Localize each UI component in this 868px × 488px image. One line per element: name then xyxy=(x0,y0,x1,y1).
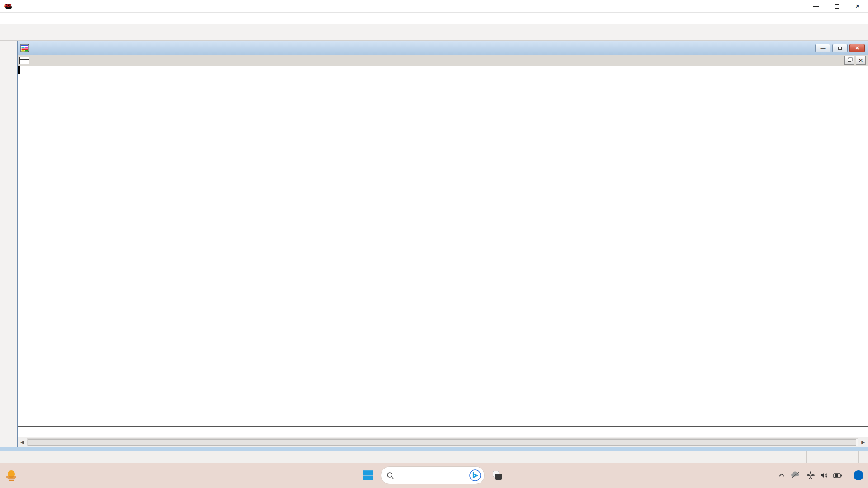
svg-text:MS: MS xyxy=(4,3,11,8)
tray-chevron-icon[interactable] xyxy=(776,466,788,484)
metastock-app-icon: MS xyxy=(4,2,13,10)
y-axis-left xyxy=(18,66,50,426)
battery-icon[interactable] xyxy=(832,466,844,484)
drawing-tool-palette xyxy=(0,41,17,447)
chart-inner-titlebar[interactable]: ✕ xyxy=(18,55,868,66)
task-view-button[interactable] xyxy=(487,465,507,485)
main-toolbar xyxy=(0,24,868,41)
taskbar-search[interactable] xyxy=(381,466,485,484)
status-value xyxy=(743,451,806,463)
chart-window: — ✕ ✕ ◀ ▶ xyxy=(17,41,868,447)
weather-haze-icon xyxy=(5,469,18,482)
chart-body xyxy=(18,66,868,426)
scrollbar-right-button[interactable]: ▶ xyxy=(859,438,868,447)
child-minimize-button[interactable]: — xyxy=(815,44,830,52)
bing-icon xyxy=(469,469,481,482)
minimize-button[interactable]: — xyxy=(806,0,826,12)
status-spacer xyxy=(707,451,743,463)
y-axis-right xyxy=(835,66,868,426)
status-time xyxy=(806,451,838,463)
status-end-spacer xyxy=(858,451,868,463)
mdi-bottom-strip xyxy=(0,447,868,451)
taskbar xyxy=(0,463,868,488)
chart-bottom-bar: ◀ ▶ xyxy=(18,437,868,447)
close-button[interactable]: × xyxy=(847,0,868,12)
volume-icon[interactable] xyxy=(818,466,830,484)
chart-window-titlebar[interactable]: — ✕ xyxy=(18,41,868,55)
search-icon xyxy=(387,472,394,479)
weather-widget[interactable] xyxy=(0,469,99,482)
scrollbar-left-button[interactable]: ◀ xyxy=(18,438,27,447)
start-button[interactable] xyxy=(358,465,378,485)
chart-doc-icon xyxy=(20,44,29,52)
status-date xyxy=(639,451,707,463)
menubar xyxy=(0,13,868,24)
statusbar xyxy=(0,451,868,463)
inner-window-icon xyxy=(19,57,29,64)
onedrive-paused-icon[interactable] xyxy=(789,466,801,484)
titlebar: MS — × xyxy=(0,0,868,13)
child-close-button[interactable]: ✕ xyxy=(849,44,865,52)
inner-close-button[interactable]: ✕ xyxy=(856,56,866,65)
inner-restore-button[interactable] xyxy=(844,56,854,65)
price-chart-plot[interactable] xyxy=(50,66,186,134)
scrollbar-track[interactable] xyxy=(27,438,858,446)
status-currency xyxy=(838,451,858,463)
airplane-mode-icon[interactable] xyxy=(805,466,816,484)
task-view-icon xyxy=(492,470,503,481)
windows-logo-icon xyxy=(362,469,374,481)
last-price-tag-right xyxy=(18,66,20,74)
scrollbar-thumb[interactable] xyxy=(28,439,856,446)
mdi-workspace: — ✕ ✕ ◀ ▶ xyxy=(0,41,868,451)
maximize-button[interactable] xyxy=(826,0,847,12)
child-restore-button[interactable] xyxy=(832,44,848,52)
x-axis xyxy=(18,426,868,437)
notification-badge[interactable] xyxy=(854,470,863,480)
